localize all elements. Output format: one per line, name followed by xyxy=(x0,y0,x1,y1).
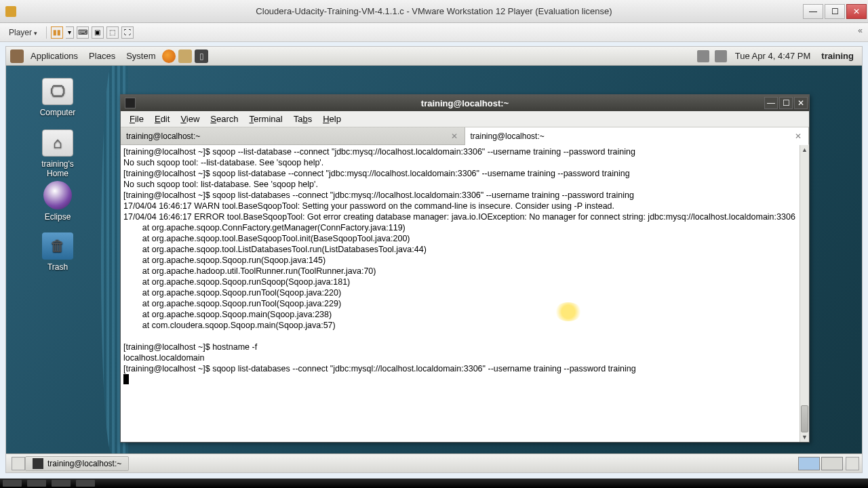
desktop-label: Eclipse xyxy=(31,212,85,222)
terminal-tab-bar: training@localhost:~ ✕ training@localhos… xyxy=(121,127,809,145)
volume-icon[interactable] xyxy=(697,50,709,62)
windows-taskbar[interactable] xyxy=(0,479,868,488)
menu-tabs[interactable]: Tabs xyxy=(289,113,317,125)
fullscreen-icon[interactable]: ⛶ xyxy=(121,26,134,39)
desktop-label: Trash xyxy=(31,262,85,272)
applications-menu[interactable]: Applications xyxy=(25,51,83,61)
tab-close-icon[interactable]: ✕ xyxy=(450,131,459,141)
terminal-window: training@localhost:~ — ☐ ✕ File Edit Vie… xyxy=(120,94,810,443)
terminal-body[interactable]: [training@localhost ~]$ sqoop --list-dat… xyxy=(121,145,809,442)
player-menu[interactable]: Player xyxy=(4,26,42,39)
eclipse-icon xyxy=(43,181,72,209)
host-close-button[interactable]: ✕ xyxy=(846,4,867,19)
vmware-toolbar: Player ▮▮ ▾ ⌨ ▣ ⬚ ⛶ xyxy=(0,23,868,42)
terminal-output[interactable]: [training@localhost ~]$ sqoop --list-dat… xyxy=(121,145,809,386)
user-menu[interactable]: training xyxy=(816,51,859,61)
terminal-window-icon xyxy=(125,98,136,108)
terminal-tab-2[interactable]: training@localhost:~ ✕ xyxy=(465,127,810,145)
taskbar-app-icon[interactable] xyxy=(76,480,95,487)
taskbar-app-icon[interactable] xyxy=(27,480,46,487)
guest-vm-screen: Applications Places System ▯ Tue Apr 4, … xyxy=(5,46,863,473)
host-maximize-button[interactable]: ☐ xyxy=(825,4,845,19)
workspace-1[interactable] xyxy=(798,457,820,470)
show-desktop-button[interactable] xyxy=(12,457,25,470)
desktop-label: Computer xyxy=(31,108,85,117)
snapshot-icon[interactable]: ▣ xyxy=(92,26,104,39)
cursor-highlight xyxy=(555,302,582,321)
collapse-toolbar-icon[interactable]: « xyxy=(858,26,863,35)
gnome-top-panel: Applications Places System ▯ Tue Apr 4, … xyxy=(6,47,862,66)
terminal-title: training@localhost:~ xyxy=(421,98,509,108)
vmware-titlebar: Cloudera-Udacity-Training-VM-4.1.1.c - V… xyxy=(0,0,868,23)
menu-view[interactable]: View xyxy=(176,113,204,125)
desktop-label: training's Home xyxy=(31,159,85,178)
tab-close-icon[interactable]: ✕ xyxy=(793,131,803,141)
terminal-menubar: File Edit View Search Terminal Tabs Help xyxy=(121,111,809,127)
file-manager-launcher-icon[interactable] xyxy=(178,49,192,63)
clock-label[interactable]: Tue Apr 4, 4:47 PM xyxy=(730,51,816,61)
terminal-titlebar[interactable]: training@localhost:~ — ☐ ✕ xyxy=(121,95,809,111)
taskbar-label: training@localhost:~ xyxy=(47,459,121,468)
trash-icon: 🗑 xyxy=(42,232,73,260)
pause-dropdown-icon[interactable]: ▾ xyxy=(66,26,74,39)
menu-search[interactable]: Search xyxy=(205,113,243,125)
desktop-icon-computer[interactable]: 🖵 Computer xyxy=(31,78,85,117)
menu-terminal[interactable]: Terminal xyxy=(245,113,288,125)
scroll-up-icon[interactable]: ▲ xyxy=(800,145,809,155)
toolbar-separator xyxy=(46,26,47,39)
system-menu[interactable]: System xyxy=(121,51,161,61)
taskbar-terminal-button[interactable]: training@localhost:~ xyxy=(25,456,129,471)
menu-help[interactable]: Help xyxy=(318,113,346,125)
taskbar-terminal-icon xyxy=(33,458,43,469)
terminal-cursor xyxy=(123,374,129,384)
trash-applet[interactable] xyxy=(846,457,859,470)
send-ctrl-alt-del-icon[interactable]: ⌨ xyxy=(77,26,89,39)
terminal-tab-1[interactable]: training@localhost:~ ✕ xyxy=(121,127,465,144)
terminal-maximize-button[interactable]: ☐ xyxy=(779,97,793,109)
terminal-scrollbar[interactable]: ▲ ▼ xyxy=(800,145,809,442)
workspace-switcher[interactable] xyxy=(798,457,843,470)
places-menu[interactable]: Places xyxy=(83,51,121,61)
scroll-down-icon[interactable]: ▼ xyxy=(800,432,809,442)
computer-icon: 🖵 xyxy=(42,78,73,105)
tab-label: training@localhost:~ xyxy=(471,131,545,141)
vmware-title: Cloudera-Udacity-Training-VM-4.1.1.c - V… xyxy=(256,6,612,16)
gnome-bottom-panel: training@localhost:~ xyxy=(6,453,862,472)
terminal-close-button[interactable]: ✕ xyxy=(794,97,808,109)
pause-vm-icon[interactable]: ▮▮ xyxy=(51,26,63,39)
unity-icon[interactable]: ⬚ xyxy=(106,26,119,39)
desktop-icon-trash[interactable]: 🗑 Trash xyxy=(31,232,85,272)
network-icon[interactable] xyxy=(715,50,727,62)
menu-file[interactable]: File xyxy=(125,113,149,125)
menu-edit[interactable]: Edit xyxy=(150,113,174,125)
desktop-icon-eclipse[interactable]: Eclipse xyxy=(31,181,85,222)
gnome-foot-icon[interactable] xyxy=(10,49,24,63)
host-minimize-button[interactable]: — xyxy=(803,4,823,19)
vmware-icon xyxy=(5,6,16,17)
taskbar-app-icon[interactable] xyxy=(52,480,71,487)
home-folder-icon: ⌂ xyxy=(42,129,73,157)
desktop[interactable]: 🖵 Computer ⌂ training's Home Eclipse 🗑 T… xyxy=(6,66,862,453)
start-button-icon[interactable] xyxy=(3,480,22,487)
desktop-icon-home[interactable]: ⌂ training's Home xyxy=(31,129,85,178)
workspace-2[interactable] xyxy=(821,457,843,470)
terminal-minimize-button[interactable]: — xyxy=(764,97,778,109)
tab-label: training@localhost:~ xyxy=(126,131,200,141)
terminal-launcher-icon[interactable]: ▯ xyxy=(195,49,208,63)
firefox-launcher-icon[interactable] xyxy=(162,49,176,63)
scroll-thumb[interactable] xyxy=(801,405,808,432)
